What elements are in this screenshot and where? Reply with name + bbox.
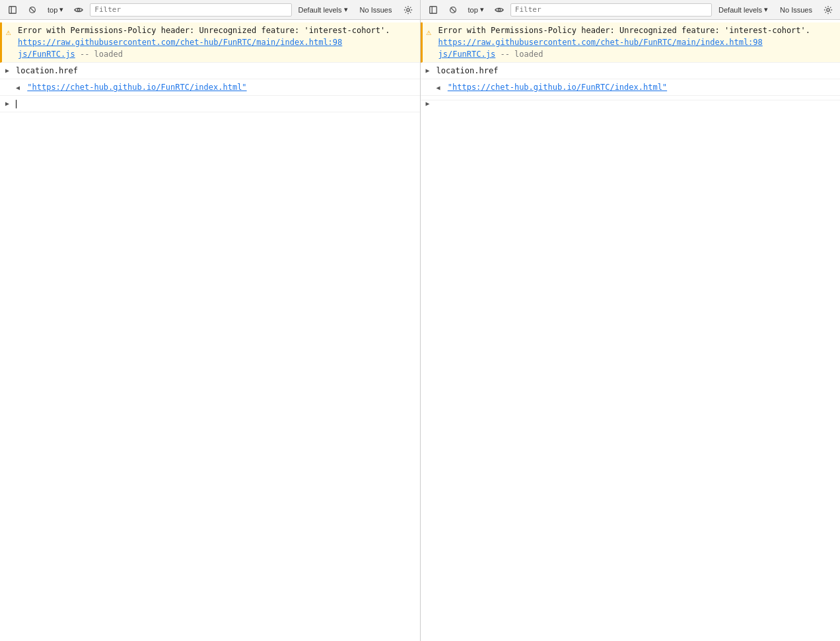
right-expand-arrow-icon: ▶	[426, 65, 430, 75]
right-warning-link2[interactable]: index.html:98	[701, 38, 763, 47]
left-string-result-link[interactable]: "https://chet-hub.github.io/FunRTC/index…	[27, 83, 246, 92]
left-warning-icon: ⚠	[6, 26, 11, 39]
left-panel: top ▾ Default levels ▾ No Issues	[0, 0, 421, 641]
svg-rect-6	[429, 6, 437, 13]
right-eye-button[interactable]	[491, 3, 508, 17]
right-levels-label: Default levels	[718, 6, 762, 14]
svg-point-10	[498, 9, 501, 11]
left-context-label: top	[48, 6, 57, 14]
right-warning-icon: ⚠	[427, 26, 432, 39]
devtools-wrapper: top ▾ Default levels ▾ No Issues	[0, 0, 840, 641]
right-context-dropdown[interactable]: top ▾	[464, 3, 488, 17]
right-result-arrow-icon: ◀	[437, 84, 440, 91]
right-toolbar: top ▾ Default levels ▾ No Issues	[421, 0, 841, 20]
right-console-content: ⚠ Error with Permissions-Policy header: …	[421, 20, 841, 641]
left-location-text: location.href	[16, 66, 78, 75]
left-cursor-expand-icon: ▶	[5, 98, 9, 108]
right-context-label: top	[468, 6, 478, 14]
left-context-chevron-icon: ▾	[59, 5, 63, 14]
left-levels-chevron-icon: ▾	[344, 5, 348, 14]
left-eye-button[interactable]	[70, 3, 87, 17]
right-no-issues-button[interactable]: No Issues	[775, 3, 818, 17]
right-warning-link3[interactable]: js/FunRTC.js	[438, 50, 496, 59]
left-warning-link3[interactable]: js/FunRTC.js	[18, 50, 75, 59]
left-location-entry[interactable]: ▶ location.href	[0, 63, 420, 79]
right-warning-entry: ⚠ Error with Permissions-Policy header: …	[421, 22, 841, 63]
left-warning-text: Error with Permissions-Policy header: Un…	[18, 26, 390, 59]
right-levels-dropdown[interactable]: Default levels ▾	[715, 3, 772, 17]
left-warning-link1[interactable]: https://raw.githubusercontent.com/chet-h…	[18, 38, 280, 47]
left-cursor-line[interactable]: ▶	[0, 96, 420, 112]
right-filter-input[interactable]	[510, 3, 712, 17]
right-no-breakpoints-button[interactable]	[444, 3, 462, 17]
left-console-content: ⚠ Error with Permissions-Policy header: …	[0, 20, 420, 641]
left-context-dropdown[interactable]: top ▾	[44, 3, 67, 17]
left-levels-dropdown[interactable]: Default levels ▾	[295, 3, 352, 17]
svg-rect-0	[9, 6, 17, 13]
left-warning-entry: ⚠ Error with Permissions-Policy header: …	[0, 22, 420, 63]
left-string-result-entry: ◀ "https://chet-hub.github.io/FunRTC/ind…	[0, 79, 420, 96]
left-result-arrow-icon: ◀	[16, 84, 20, 91]
right-location-entry[interactable]: ▶ location.href	[421, 63, 841, 79]
right-levels-chevron-icon: ▾	[764, 5, 768, 14]
svg-line-9	[450, 7, 455, 12]
svg-point-4	[78, 9, 81, 11]
left-warning-source: -- loaded	[75, 50, 123, 59]
left-levels-label: Default levels	[298, 6, 342, 14]
left-filter-input[interactable]	[90, 3, 291, 17]
right-expand-only-icon: ▶	[426, 98, 430, 108]
right-sidebar-toggle-button[interactable]	[425, 3, 442, 17]
right-location-text: location.href	[437, 66, 499, 75]
right-string-result-entry: ◀ "https://chet-hub.github.io/FunRTC/ind…	[421, 79, 841, 96]
right-panel: top ▾ Default levels ▾ No Issues	[421, 0, 841, 641]
right-settings-button[interactable]	[820, 3, 836, 17]
left-no-breakpoints-button[interactable]	[24, 3, 41, 17]
svg-point-11	[827, 8, 829, 11]
right-string-result-link[interactable]: "https://chet-hub.github.io/FunRTC/index…	[448, 83, 667, 92]
svg-point-5	[406, 8, 409, 11]
left-cursor	[16, 100, 17, 108]
left-no-issues-button[interactable]: No Issues	[355, 3, 398, 17]
left-sidebar-toggle-button[interactable]	[4, 3, 21, 17]
left-expand-arrow-icon: ▶	[5, 65, 9, 75]
right-context-chevron-icon: ▾	[480, 5, 484, 14]
left-toolbar: top ▾ Default levels ▾ No Issues	[0, 0, 420, 20]
right-expand-only-entry[interactable]: ▶	[421, 96, 841, 100]
right-warning-source: -- loaded	[495, 50, 543, 59]
left-settings-button[interactable]	[400, 3, 416, 17]
left-warning-link2[interactable]: index.html:98	[280, 38, 342, 47]
svg-line-3	[30, 7, 35, 12]
right-warning-link1[interactable]: https://raw.githubusercontent.com/chet-h…	[438, 38, 701, 47]
right-warning-text: Error with Permissions-Policy header: Un…	[438, 26, 811, 59]
